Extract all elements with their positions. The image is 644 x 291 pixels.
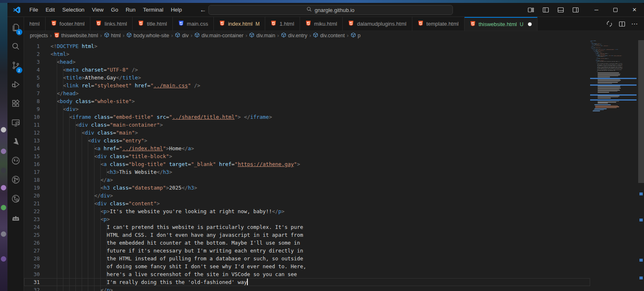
activity-bar-item-explorer[interactable]: 1 xyxy=(7,19,24,38)
indent-guide xyxy=(75,262,76,270)
split-editor-icon[interactable] xyxy=(619,21,625,27)
activity-bar-item-git-graph[interactable] xyxy=(7,171,24,190)
code-line-15[interactable]: 15 <div class="title-block"> xyxy=(24,152,590,160)
activity-bar-item-search[interactable] xyxy=(7,38,24,57)
toggle-secondary-sidebar-icon[interactable] xyxy=(570,5,581,15)
code-line-16[interactable]: 16 <a class="blog-title" target="_blank"… xyxy=(24,160,590,168)
tab-miku.html[interactable]: miku.html xyxy=(300,17,343,31)
code-line-12[interactable]: 12 <div class="main"> xyxy=(24,129,590,137)
code-line-24[interactable]: 24 I can't pretend this website is parti… xyxy=(24,223,590,231)
line-text: <iframe class="embed-title" src="../shar… xyxy=(51,113,590,121)
code-line-1[interactable]: 1<!DOCTYPE html> xyxy=(24,42,590,50)
unsaved-dot-icon[interactable] xyxy=(528,22,532,26)
activity-bar-item-source-control[interactable]: 2 xyxy=(7,57,24,76)
code-line-19[interactable]: 19 <h3 class="datestamp">2025</h3> xyxy=(24,184,590,192)
maximize-button[interactable] xyxy=(606,3,625,17)
code-line-18[interactable]: 18 </a> xyxy=(24,176,590,184)
activity-bar-item-remote-explorer[interactable] xyxy=(7,114,24,133)
code-line-22[interactable]: 22 <p>It's the website you're looking at… xyxy=(24,207,590,215)
breadcrumb-item-div.main[interactable]: div.main xyxy=(249,32,275,39)
code-line-8[interactable]: 8 <body class="whole-site"> xyxy=(24,97,590,105)
code-line-14[interactable]: 14 <a href="../index.html">Home</a> xyxy=(24,144,590,152)
indent-guide xyxy=(63,121,63,129)
line-number: 22 xyxy=(24,207,40,215)
indent-guide xyxy=(82,144,82,152)
breadcrumb-item-thiswebsite.html[interactable]: thiswebsite.html xyxy=(54,32,98,39)
menu-item-edit[interactable]: Edit xyxy=(42,5,58,15)
code-line-3[interactable]: 3 <head> xyxy=(24,58,590,66)
code-line-26[interactable]: 26 the embedded hit counter at the botto… xyxy=(24,239,590,247)
tab-1.html[interactable]: 1.html xyxy=(265,17,300,31)
toggle-primary-sidebar-icon[interactable] xyxy=(540,5,551,15)
menu-item-go[interactable]: Go xyxy=(107,5,122,15)
tab-main.css[interactable]: main.css xyxy=(173,17,214,31)
line-number: 27 xyxy=(24,247,40,255)
code-line-5[interactable]: 5 <title>Athene.Gay</title> xyxy=(24,74,590,82)
minimap[interactable]: <!DOCTYPE html><html> <head> <meta chars… xyxy=(590,40,638,291)
indent-guide xyxy=(63,247,63,255)
code-line-21[interactable]: 21 <div class="content"> xyxy=(24,200,590,207)
code-line-4[interactable]: 4 <meta charset="UTF-8" /> xyxy=(24,66,590,74)
code-line-9[interactable]: 9 <div> xyxy=(24,105,590,113)
code-line-32[interactable]: 32 </p> xyxy=(24,286,590,291)
tab-template.html[interactable]: template.html xyxy=(412,17,465,31)
toggle-panel-icon[interactable] xyxy=(555,5,566,15)
code-line-10[interactable]: 10 <iframe class="embed-title" src="../s… xyxy=(24,113,590,121)
back-arrow-icon[interactable]: ← xyxy=(200,6,206,14)
open-changes-icon[interactable] xyxy=(606,20,613,27)
code-line-13[interactable]: 13 <div class="entry"> xyxy=(24,137,590,144)
more-actions-icon[interactable]: ⋯ xyxy=(631,20,638,28)
menu-item-selection[interactable]: Selection xyxy=(58,5,88,15)
scrollbar[interactable] xyxy=(638,40,644,291)
activity-bar-item-extensions[interactable] xyxy=(7,95,24,114)
menu-item-terminal[interactable]: Terminal xyxy=(139,5,167,15)
activity-bar-item-azure[interactable] xyxy=(7,133,24,152)
breadcrumb-item-div[interactable]: div xyxy=(175,32,189,39)
breadcrumb-item-div.main-container[interactable]: div.main-container xyxy=(194,32,243,39)
scrollbar-thumb[interactable] xyxy=(638,40,644,183)
tab-index.html[interactable]: index.htmlM xyxy=(214,17,265,31)
tab-links.html[interactable]: links.html xyxy=(90,17,133,31)
code-line-20[interactable]: 20 </div> xyxy=(24,192,590,200)
tab-title.html[interactable]: title.html xyxy=(133,17,172,31)
breadcrumb-item-html[interactable]: html xyxy=(104,32,121,39)
code-line-6[interactable]: 6 <link rel="stylesheet" href="../main.c… xyxy=(24,82,590,89)
code-line-25[interactable]: 25 HTML and CSS. I don't even have any j… xyxy=(24,231,590,239)
code-line-2[interactable]: 2<html> xyxy=(24,50,590,58)
tab-html[interactable]: html xyxy=(24,17,46,31)
close-button[interactable]: ✕ xyxy=(625,3,644,17)
indent-guide xyxy=(57,215,57,223)
indent-guide xyxy=(75,168,76,176)
code-line-30[interactable]: 30 here's a live screenshot of the site … xyxy=(24,270,590,278)
menu-item-run[interactable]: Run xyxy=(122,5,139,15)
minimize-button[interactable]: ─ xyxy=(587,3,606,17)
code-line-17[interactable]: 17 <h3>This Website</h3> xyxy=(24,168,590,176)
breadcrumb-item-div.entry[interactable]: div.entry xyxy=(281,32,307,39)
breadcrumb-item-div.content[interactable]: div.content xyxy=(313,32,345,39)
html-file-icon xyxy=(219,20,225,27)
tab-dalamudplugins.html[interactable]: dalamudplugins.html xyxy=(343,17,412,31)
breadcrumb-item-projects[interactable]: projects xyxy=(30,33,48,38)
command-center[interactable]: gnargle.github.io xyxy=(208,5,453,15)
breadcrumb-item-body.whole-site[interactable]: body.whole-site xyxy=(126,32,169,39)
breadcrumb-item-p[interactable]: p xyxy=(351,32,361,39)
code-editor[interactable]: 1<!DOCTYPE html>2<html>3 <head>4 <meta c… xyxy=(24,40,644,291)
menu-item-view[interactable]: View xyxy=(88,5,107,15)
activity-bar-item-run-debug[interactable] xyxy=(7,76,24,95)
code-line-7[interactable]: 7 </head> xyxy=(24,89,590,97)
tab-thiswebsite.html[interactable]: thiswebsite.htmlU xyxy=(465,17,537,31)
activity-bar-item-gitlens[interactable] xyxy=(7,190,24,209)
menu-item-file[interactable]: File xyxy=(26,5,42,15)
tab-footer.html[interactable]: footer.html xyxy=(46,17,91,31)
activity-bar-item-github[interactable] xyxy=(7,152,24,171)
indent-guide xyxy=(82,176,82,184)
code-line-28[interactable]: 28 the HTML instead of pulling from a da… xyxy=(24,255,590,262)
activity-bar-item-godot[interactable] xyxy=(7,209,24,228)
customize-layout-icon[interactable] xyxy=(525,5,536,15)
menu-item-help[interactable]: Help xyxy=(167,5,186,15)
code-line-11[interactable]: 11 <div class="main-container"> xyxy=(24,121,590,129)
code-line-23[interactable]: 23 <p> xyxy=(24,215,590,223)
code-line-31[interactable]: 31 I'm really doing this the 'old-fashio… xyxy=(24,278,590,286)
code-line-27[interactable]: 27 future if it's necessary but I'm writ… xyxy=(24,247,590,255)
code-line-29[interactable]: 29 of doing some fancy shit I don't see … xyxy=(24,262,590,270)
